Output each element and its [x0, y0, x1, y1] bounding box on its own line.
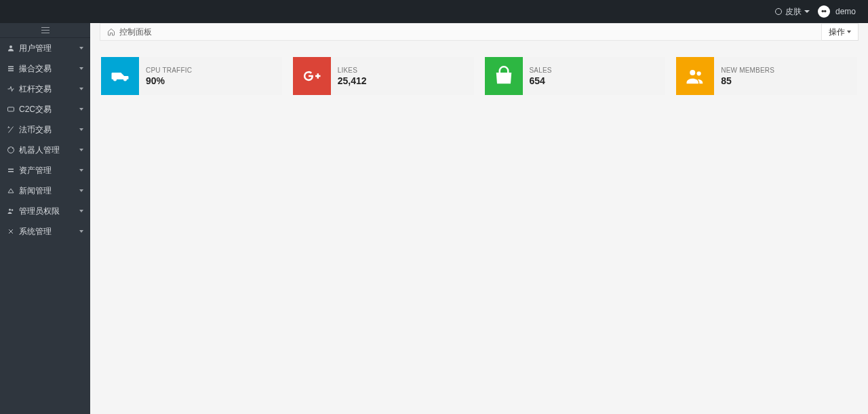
svg-point-12 [12, 209, 14, 211]
stat-card-newmembers: NEW MEMBERS 85 [676, 57, 857, 95]
stat-cards: CPU TRAFFIC 90% LIKES 25,412 SALES [90, 57, 868, 95]
stat-card-sales: SALES 654 [485, 57, 666, 95]
shopping-bag-icon [485, 57, 523, 95]
svg-point-2 [824, 10, 827, 13]
svg-rect-6 [8, 71, 14, 72]
stat-label: LIKES [338, 67, 467, 74]
svg-rect-7 [8, 107, 14, 111]
news-icon [7, 187, 15, 195]
avatar-icon [819, 7, 829, 16]
svg-rect-10 [8, 171, 14, 172]
sidebar-item-label: 机器人管理 [19, 145, 60, 156]
sidebar-item-system[interactable]: 系统管理 [0, 221, 90, 242]
stat-card-cpu: CPU TRAFFIC 90% [101, 57, 282, 95]
sidebar-item-c2c[interactable]: C2C交易 [0, 99, 90, 119]
users-icon [676, 57, 714, 95]
leverage-icon [7, 85, 15, 93]
sidebar-item-label: 杠杆交易 [19, 83, 52, 95]
c2c-icon [7, 105, 15, 113]
chevron-down-icon [79, 67, 83, 70]
sidebar-item-asset[interactable]: 资产管理 [0, 160, 90, 181]
stat-label: CPU TRAFFIC [146, 67, 275, 74]
sidebar-item-label: 撮合交易 [19, 63, 52, 75]
svg-point-0 [820, 7, 829, 16]
admin-icon [7, 207, 15, 215]
chevron-down-icon [79, 88, 83, 90]
stat-label: SALES [530, 67, 659, 74]
stat-value: 90% [146, 75, 275, 86]
stat-value: 85 [721, 75, 850, 86]
user-icon [7, 44, 15, 52]
sidebar-item-leverage[interactable]: 杠杆交易 [0, 79, 90, 99]
chevron-down-icon [79, 149, 83, 151]
sidebar-item-news[interactable]: 新闻管理 [0, 181, 90, 201]
main-content: 控制面板 操作 CPU TRAFFIC 90% [90, 23, 868, 414]
svg-point-3 [9, 45, 12, 48]
system-icon [7, 227, 15, 236]
operations-button[interactable]: 操作 [822, 23, 859, 41]
avatar[interactable] [818, 5, 830, 18]
chevron-down-icon [79, 47, 83, 50]
sidebar-item-label: 用户管理 [19, 43, 52, 54]
sidebar-item-fiat[interactable]: 法币交易 [0, 119, 90, 140]
skin-circle-icon [775, 8, 782, 15]
google-plus-icon [293, 57, 331, 95]
menu-icon [41, 27, 50, 33]
sidebar-item-user-mgmt[interactable]: 用户管理 [0, 38, 90, 58]
skin-label: 皮肤 [785, 6, 802, 18]
chevron-down-icon [79, 230, 83, 233]
sidebar-item-robot[interactable]: 机器人管理 [0, 140, 90, 160]
asset-icon [7, 166, 15, 174]
chevron-down-icon [847, 31, 851, 33]
sidebar-item-label: 法币交易 [19, 124, 52, 136]
stat-value: 654 [530, 75, 659, 86]
chevron-down-icon [79, 128, 83, 131]
fiat-icon [7, 126, 15, 134]
stat-card-likes: LIKES 25,412 [293, 57, 474, 95]
svg-point-14 [697, 71, 701, 75]
breadcrumb-title: 控制面板 [119, 26, 152, 38]
stat-label: NEW MEMBERS [721, 67, 850, 74]
sidebar-item-admin[interactable]: 管理员权限 [0, 201, 90, 221]
svg-point-11 [9, 209, 11, 211]
skin-selector[interactable]: 皮肤 [775, 6, 810, 18]
operations-label: 操作 [829, 26, 845, 38]
chevron-down-icon [79, 210, 83, 212]
sidebar-toggle[interactable] [0, 23, 90, 38]
sidebar-item-label: 新闻管理 [19, 185, 52, 197]
chevron-down-icon [79, 169, 83, 172]
ambulance-icon [101, 57, 139, 95]
chevron-down-icon [79, 108, 83, 111]
home-icon [107, 28, 115, 36]
svg-point-13 [690, 70, 696, 75]
chevron-down-icon [804, 10, 810, 13]
top-header: 皮肤 demo [0, 0, 868, 23]
svg-rect-4 [8, 67, 14, 68]
sidebar: 用户管理 撮合交易 杠杆交易 C2C交易 法币交易 机器人管理 资产管理 新闻 [0, 23, 90, 414]
stat-value: 25,412 [338, 75, 467, 86]
chevron-down-icon [79, 189, 83, 192]
svg-point-1 [821, 10, 824, 13]
robot-icon [7, 146, 15, 154]
sidebar-item-label: 系统管理 [19, 226, 52, 238]
exchange-icon [7, 64, 15, 73]
sidebar-item-label: 资产管理 [19, 165, 52, 176]
sidebar-item-label: 管理员权限 [19, 206, 60, 217]
sidebar-item-label: C2C交易 [19, 104, 52, 115]
sidebar-item-exchange[interactable]: 撮合交易 [0, 58, 90, 79]
username-label: demo [835, 7, 856, 16]
breadcrumb: 控制面板 [100, 23, 822, 41]
svg-rect-5 [8, 69, 14, 70]
svg-rect-9 [8, 169, 14, 170]
